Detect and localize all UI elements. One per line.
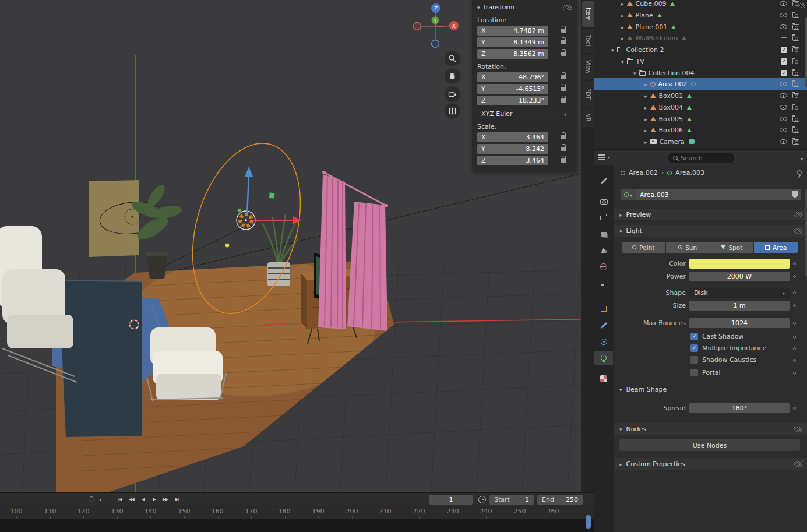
light-type-spot[interactable]: Spot [710,242,754,253]
expand-icon[interactable] [621,12,624,19]
disable-render-icon[interactable] [792,139,799,145]
shape-dropdown[interactable]: Disk [689,288,790,298]
expand-icon[interactable] [644,126,647,134]
outliner-row[interactable]: Plane [594,9,807,21]
outliner-row[interactable]: WallBedroom [594,32,807,44]
light-type-sun[interactable]: Sun [666,242,710,253]
hide-viewport-icon[interactable] [780,13,787,17]
lock-icon[interactable] [561,135,566,139]
exclude-checkbox[interactable] [781,70,787,76]
multiple-importance-checkbox[interactable]: Multiple Importance [690,344,766,352]
keying-dropdown-icon[interactable] [99,495,101,503]
animate-dot[interactable] [793,347,796,350]
hide-viewport-icon[interactable] [780,105,787,110]
jump-to-end-button[interactable]: ▶| [171,494,182,505]
search-input[interactable] [681,154,727,162]
animate-dot[interactable] [793,291,796,294]
axis-neg-x-ball[interactable] [414,23,421,30]
collapse-icon[interactable] [477,3,480,11]
timeline-ruler[interactable]: 100 110 120 130 140 150 160 170 180 190 … [0,505,594,519]
search-box[interactable] [668,153,734,163]
checkbox-checked[interactable] [690,344,698,352]
preview-section-header[interactable]: Preview [614,209,807,221]
lock-icon[interactable] [561,98,566,103]
disable-render-icon[interactable] [792,13,799,18]
disable-render-icon[interactable] [792,1,799,6]
cast-shadow-checkbox[interactable]: Cast Shadow [690,333,743,340]
editor-type-button[interactable] [598,153,610,161]
outliner-item-label[interactable]: Box001 [659,92,683,100]
pan-tool-button[interactable] [445,68,460,84]
disable-render-icon[interactable] [792,105,799,110]
outliner-item-label[interactable]: TV [636,58,644,65]
tab-texture-icon[interactable] [599,374,608,383]
disable-render-icon[interactable] [792,71,799,76]
beam-shape-subheader[interactable]: Beam Shape [619,386,667,393]
tab-output-icon[interactable] [599,213,608,223]
transform-panel-header[interactable]: Transform [477,2,572,12]
expand-icon[interactable] [621,34,624,42]
animate-dot[interactable] [793,322,796,325]
animate-dot[interactable] [793,359,796,362]
lock-icon[interactable] [561,29,566,33]
scale-y-field[interactable]: Y 8.242 [477,144,548,154]
outliner-row[interactable]: Box006 [594,124,807,136]
header-menu-icon[interactable] [801,155,803,163]
hide-viewport-icon[interactable] [780,24,787,29]
hide-viewport-icon[interactable] [780,117,787,121]
frame-start-field[interactable]: Start 1 [489,495,534,505]
outliner-item-label[interactable]: Collection 2 [626,46,664,54]
checkbox-unchecked[interactable] [690,356,698,364]
expand-icon[interactable] [644,92,647,100]
outliner-item-label[interactable]: Box004 [659,104,683,111]
expand-icon[interactable] [644,115,647,123]
breadcrumb-object[interactable]: Area.002 [629,169,658,177]
collapse-icon[interactable] [611,46,614,54]
outliner-item-label[interactable]: WallBedroom [636,34,678,42]
prev-keyframe-button[interactable]: ◀◀ [126,494,137,505]
outliner-row[interactable]: Box005 [594,113,807,125]
tab-physics-icon[interactable] [599,337,608,346]
location-y-field[interactable]: Y -8.1349 m [477,37,548,47]
disable-render-icon[interactable] [792,128,799,133]
power-field[interactable]: 2000 W [689,272,790,281]
play-button[interactable]: ▶ [149,494,160,505]
auto-keyframe-toggle[interactable] [89,496,94,502]
zoom-tool-button[interactable] [445,51,460,66]
camera-view-button[interactable] [445,86,460,102]
lock-icon[interactable] [561,52,566,56]
tab-render-icon[interactable] [599,197,608,206]
outliner-item-label[interactable]: Camera [660,138,685,146]
outliner-row[interactable]: Collection.004 [594,67,807,79]
hide-viewport-icon[interactable] [780,1,787,6]
hide-viewport-icon[interactable] [780,139,787,144]
toggle-orthographic-button[interactable] [445,103,460,119]
size-field[interactable]: 1 m [689,301,790,311]
current-frame-field[interactable]: 1 [429,495,473,505]
max-bounces-field[interactable]: 1024 [689,318,790,328]
lock-icon[interactable] [561,87,566,91]
disable-render-icon[interactable] [792,36,799,41]
animate-dot[interactable] [793,407,796,410]
outliner-item-label[interactable]: Plane [636,12,653,19]
datablock-name-input[interactable] [636,189,788,200]
tab-object-icon[interactable] [599,304,608,313]
tab-tool[interactable]: Tool [582,29,594,53]
tab-object-data-icon[interactable] [599,353,608,362]
tab-collection-icon[interactable] [599,283,608,293]
location-z-field[interactable]: Z 8.3562 m [477,49,548,59]
frame-end-field[interactable]: End 250 [537,495,583,505]
rotation-x-field[interactable]: X 48.796° [477,72,548,82]
scale-z-field[interactable]: Z 3.464 [477,156,548,165]
gizmo-y-handle[interactable] [269,192,274,198]
light-type-area[interactable]: Area [754,242,798,253]
animate-dot[interactable] [793,275,796,278]
expand-icon[interactable] [621,23,624,31]
light-section-header[interactable]: Light [614,225,807,237]
rotation-y-field[interactable]: Y -4.6515° [477,84,548,94]
lock-icon[interactable] [561,40,566,44]
shadow-caustics-checkbox[interactable]: Shadow Caustics [690,356,756,364]
scrollbar-handle[interactable] [586,515,591,529]
lock-icon[interactable] [561,147,566,151]
outliner-row-selected[interactable]: Area.002 [594,78,807,90]
